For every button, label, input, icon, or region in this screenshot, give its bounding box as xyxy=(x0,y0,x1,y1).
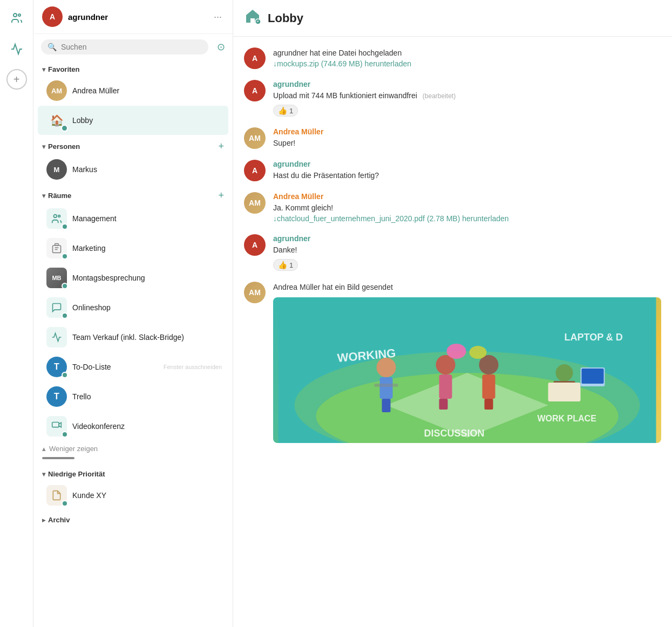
section-personen: ▾ Personen + xyxy=(33,135,233,154)
msg-text: Danke! xyxy=(273,244,661,256)
svg-rect-22 xyxy=(382,399,391,412)
search-input-wrap: 🔍 xyxy=(41,39,208,54)
sidebar-item-marketing[interactable]: Marketing xyxy=(38,234,228,263)
chevron-right-icon: ▸ xyxy=(42,516,45,524)
icon-bar: + xyxy=(0,0,33,627)
pdf-download-link[interactable]: ↓chatcloud_fuer_unternehmen_juni_2020.pd… xyxy=(273,214,509,223)
section-favoriten-toggle[interactable]: ▾ Favoriten xyxy=(42,65,80,73)
andrea-avatar: AM xyxy=(46,80,67,101)
section-niedrige-prio: ▾ Niedrige Priorität xyxy=(33,465,233,480)
sidebar-item-lobby[interactable]: 🏠 Lobby xyxy=(38,106,228,135)
raeume-add-button[interactable]: + xyxy=(218,190,224,201)
lobby-header-icon xyxy=(244,8,261,29)
svg-text:LAPTOP & D: LAPTOP & D xyxy=(565,332,623,343)
scroll-indicator xyxy=(42,457,74,459)
marketing-icon xyxy=(46,238,67,258)
msg-avatar: AM xyxy=(244,192,266,214)
section-favoriten-label: Favoriten xyxy=(48,65,80,73)
montagsbesprechung-icon: MB xyxy=(46,268,67,288)
svg-marker-9 xyxy=(59,422,61,427)
svg-point-25 xyxy=(447,344,466,359)
lobby-icon: 🏠 xyxy=(46,110,67,131)
sidebar-item-teamverkauf-label: Team Verkauf (inkl. Slack-Bridge) xyxy=(72,333,184,342)
svg-point-29 xyxy=(470,346,487,359)
sidebar-item-management[interactable]: Management xyxy=(38,204,228,233)
sidebar-item-videokonferenz[interactable]: Videokonferenz xyxy=(38,412,228,441)
msg-text: Upload mit 744 MB funktioniert einwandfr… xyxy=(273,90,661,101)
management-icon xyxy=(46,208,67,229)
section-raeume-label: Räume xyxy=(48,192,71,200)
compose-button[interactable]: ⊙ xyxy=(217,41,225,53)
svg-rect-20 xyxy=(380,377,393,399)
msg-avatar: A xyxy=(244,160,266,181)
todo-icon: T xyxy=(46,357,67,377)
svg-rect-28 xyxy=(483,374,495,399)
onlineshop-icon xyxy=(46,297,67,318)
sidebar-item-kunde-xy[interactable]: Kunde XY xyxy=(38,481,228,510)
msg-text: Ja. Kommt gleich! xyxy=(273,202,661,214)
sidebar-item-marketing-label: Marketing xyxy=(72,244,105,253)
sidebar-item-todo[interactable]: T To-Do-Liste Fenster ausschneiden xyxy=(38,352,228,381)
svg-text:DISCUSSION: DISCUSSION xyxy=(424,428,485,439)
svg-rect-21 xyxy=(375,384,398,387)
svg-rect-33 xyxy=(548,383,581,401)
reaction-emoji: 👍 xyxy=(278,106,287,115)
msg-content: agrundner Hast du die Präsentation ferti… xyxy=(273,160,661,181)
search-input[interactable] xyxy=(61,43,202,51)
msg-content: Andrea Müller Super! xyxy=(273,127,661,149)
msg-system-text2: Andrea Müller hat ein Bild gesendet xyxy=(273,282,661,293)
sidebar-item-team-verkauf[interactable]: Team Verkauf (inkl. Slack-Bridge) xyxy=(38,323,228,352)
plus-icon: + xyxy=(13,74,20,85)
svg-point-1 xyxy=(18,14,21,16)
msg-avatar: A xyxy=(244,80,266,101)
sidebar-item-video-label: Videokonferenz xyxy=(72,422,125,431)
chat-title: Lobby xyxy=(268,11,303,25)
sidebar-item-onlineshop[interactable]: Onlineshop xyxy=(38,293,228,322)
svg-text:WORK PLACE: WORK PLACE xyxy=(538,414,597,423)
add-button[interactable]: + xyxy=(6,69,27,90)
msg-text: Super! xyxy=(273,138,661,149)
reaction-button[interactable]: 👍 1 xyxy=(273,105,298,117)
markus-avatar: M xyxy=(46,159,67,180)
section-personen-toggle[interactable]: ▾ Personen xyxy=(42,142,80,151)
section-raeume-toggle[interactable]: ▾ Räume xyxy=(42,192,71,200)
msg-sender: agrundner xyxy=(273,234,661,243)
search-bar: 🔍 ⊙ xyxy=(33,34,233,60)
message-row: A agrundner Hast du die Präsentation fer… xyxy=(244,160,661,181)
svg-point-3 xyxy=(58,215,60,217)
announcements-icon-button[interactable] xyxy=(5,38,28,60)
msg-sender: agrundner xyxy=(273,80,661,88)
less-label: Weniger zeigen xyxy=(49,445,98,453)
search-icon: 🔍 xyxy=(47,43,57,51)
team-icon-button[interactable] xyxy=(5,6,28,29)
sidebar-item-onlineshop-label: Onlineshop xyxy=(72,303,111,312)
main-chat: Lobby A agrundner hat eine Datei hochgel… xyxy=(233,0,672,627)
chevron-down-icon4: ▾ xyxy=(42,471,45,478)
message-row: A agrundner Upload mit 744 MB funktionie… xyxy=(244,80,661,117)
image-preview: WORKING LAPTOP & D DISCUSSION WORK PLACE xyxy=(273,297,661,443)
section-niedrige-label: Niedrige Priorität xyxy=(48,470,105,478)
section-personen-label: Personen xyxy=(48,142,80,151)
sidebar-item-andrea-label: Andrea Müller xyxy=(72,86,119,95)
sidebar-header: A agrundner ··· xyxy=(33,0,233,34)
svg-rect-30 xyxy=(485,399,493,410)
sidebar-item-andrea-mueller[interactable]: AM Andrea Müller xyxy=(38,76,228,105)
svg-point-0 xyxy=(13,13,17,17)
download-link[interactable]: ↓mockups.zip (744.69 MB) herunterladen xyxy=(273,59,411,68)
sidebar-item-markus[interactable]: M Markus xyxy=(38,155,228,184)
sidebar-item-trello[interactable]: T Trello xyxy=(38,382,228,411)
sidebar-menu-button[interactable]: ··· xyxy=(212,9,224,25)
teamverkauf-icon xyxy=(46,327,67,347)
section-favoriten: ▾ Favoriten xyxy=(33,60,233,76)
personen-add-button[interactable]: + xyxy=(218,141,224,152)
msg-system-text: agrundner hat eine Datei hochgeladen xyxy=(273,47,661,59)
sidebar-item-kundexy-label: Kunde XY xyxy=(72,491,106,500)
chevron-up-icon: ▴ xyxy=(42,445,46,453)
section-archiv-toggle[interactable]: ▸ Archiv xyxy=(42,516,70,524)
reaction-button2[interactable]: 👍 1 xyxy=(273,259,298,271)
sidebar-item-montags-label: Montagsbesprechung xyxy=(72,274,145,282)
section-niedrige-toggle[interactable]: ▾ Niedrige Priorität xyxy=(42,470,105,478)
less-button[interactable]: ▴ Weniger zeigen xyxy=(33,441,233,456)
svg-point-2 xyxy=(54,215,57,218)
sidebar-item-montagsbesprechung[interactable]: MB Montagsbesprechung xyxy=(38,263,228,292)
